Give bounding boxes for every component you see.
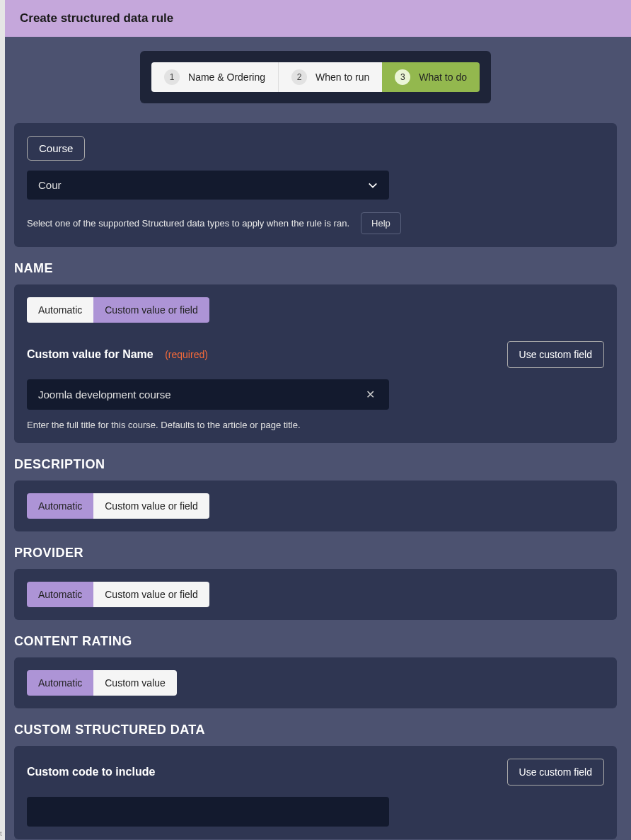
custom-structured-panel: Custom code to include Use custom field (14, 746, 617, 839)
use-custom-field-button-2[interactable]: Use custom field (507, 759, 604, 786)
required-tag: (required) (165, 349, 208, 360)
custom-code-area[interactable] (27, 797, 389, 827)
type-badge[interactable]: Course (27, 136, 85, 161)
provider-toggle-custom[interactable]: Custom value or field (93, 582, 209, 607)
step-label: Name & Ordering (188, 71, 265, 83)
section-heading-description: DESCRIPTION (14, 457, 617, 472)
type-select-value: Cour (38, 179, 62, 191)
help-row: Select one of the supported Structured d… (27, 212, 604, 234)
description-toggle: Automatic Custom value or field (27, 493, 209, 519)
provider-panel: Automatic Custom value or field (14, 569, 617, 620)
page-title: Create structured data rule (0, 0, 631, 37)
step-label: What to do (419, 71, 467, 83)
section-heading-content-rating: CONTENT RATING (14, 634, 617, 649)
stepper-step-when-to-run[interactable]: 2 When to run (278, 62, 382, 92)
content: 1 Name & Ordering 2 When to run 3 What t… (0, 37, 631, 840)
provider-toggle-automatic[interactable]: Automatic (27, 582, 93, 607)
description-toggle-automatic[interactable]: Automatic (27, 493, 93, 519)
stepper-step-what-to-do[interactable]: 3 What to do (382, 62, 480, 92)
stepper: 1 Name & Ordering 2 When to run 3 What t… (140, 51, 491, 103)
name-toggle: Automatic Custom value or field (27, 297, 209, 323)
name-field-label: Custom value for Name (27, 348, 154, 360)
step-label: When to run (316, 71, 369, 83)
stepper-container: 1 Name & Ordering 2 When to run 3 What t… (14, 51, 617, 103)
type-help-text: Select one of the supported Structured d… (27, 218, 349, 229)
content-rating-toggle-automatic[interactable]: Automatic (27, 670, 93, 696)
clear-icon[interactable]: ✕ (363, 388, 378, 401)
name-hint: Enter the full title for this course. De… (27, 420, 604, 430)
content-rating-toggle-custom[interactable]: Custom value (93, 670, 177, 696)
content-rating-toggle: Automatic Custom value (27, 670, 177, 696)
provider-toggle: Automatic Custom value or field (27, 582, 209, 607)
chevron-down-icon (368, 180, 378, 190)
step-number: 2 (291, 69, 307, 85)
name-panel: Automatic Custom value or field Custom v… (14, 284, 617, 443)
edge-text: t (0, 830, 2, 837)
section-heading-provider: PROVIDER (14, 546, 617, 560)
name-input-wrap: ✕ (27, 379, 389, 410)
name-toggle-automatic[interactable]: Automatic (27, 297, 93, 323)
description-panel: Automatic Custom value or field (14, 481, 617, 531)
step-number: 3 (395, 69, 410, 85)
use-custom-field-button[interactable]: Use custom field (507, 341, 604, 368)
content-rating-panel: Automatic Custom value (14, 657, 617, 708)
stepper-step-name-ordering[interactable]: 1 Name & Ordering (151, 62, 278, 92)
type-panel: Course Cour Select one of the supported … (14, 123, 617, 247)
section-heading-name: NAME (14, 261, 617, 276)
step-number: 1 (164, 69, 180, 85)
description-toggle-custom[interactable]: Custom value or field (93, 493, 209, 519)
name-toggle-custom[interactable]: Custom value or field (93, 297, 209, 323)
help-button[interactable]: Help (361, 212, 401, 234)
section-heading-custom-structured: CUSTOM STRUCTURED DATA (14, 723, 617, 737)
name-field-header: Custom value for Name (required) Use cus… (27, 341, 604, 368)
custom-code-label: Custom code to include (27, 766, 155, 778)
name-input[interactable] (38, 389, 363, 401)
left-gutter (0, 0, 5, 840)
custom-code-header: Custom code to include Use custom field (27, 759, 604, 786)
name-field-label-wrap: Custom value for Name (required) (27, 348, 208, 361)
type-select[interactable]: Cour (27, 171, 389, 200)
